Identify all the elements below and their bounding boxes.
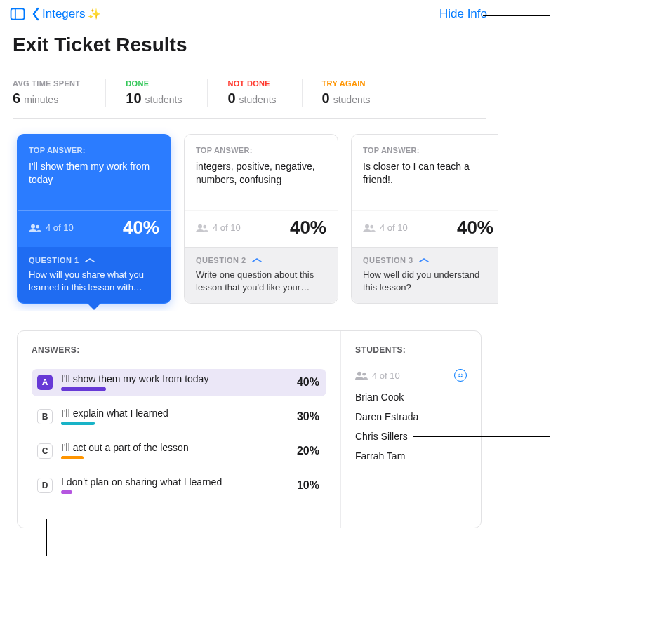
annotation-line: [483, 15, 550, 16]
svg-point-3: [36, 224, 39, 228]
back-button[interactable]: Integers ✨: [31, 7, 101, 21]
stat-unit: students: [239, 94, 277, 105]
svg-point-9: [362, 373, 366, 376]
question-text: How well did you understand this lesson?: [363, 269, 493, 293]
stat-number: 0: [227, 90, 235, 107]
question-text: Write one question about this lesson tha…: [196, 269, 326, 293]
card-lower: QUESTION 1 How will you share what you l…: [18, 247, 171, 303]
svg-point-4: [198, 224, 202, 228]
question-label: QUESTION 2: [196, 256, 246, 264]
answer-bar: [61, 456, 277, 459]
stat-done: DONE 10 students: [106, 79, 208, 107]
percentage: 40%: [123, 217, 159, 239]
answer-bar: [61, 387, 277, 391]
answer-bar-fill: [61, 490, 72, 494]
hide-info-button[interactable]: Hide Info: [439, 7, 487, 21]
student-item[interactable]: Farrah Tam: [355, 450, 467, 462]
emoji-icon[interactable]: [454, 369, 467, 382]
people-icon: [355, 371, 368, 380]
annotation-line: [413, 436, 550, 437]
students-meta: 4 of 10: [355, 369, 467, 382]
chevron-up-icon: [85, 258, 95, 262]
students-heading: STUDENTS:: [355, 345, 467, 355]
respondent-count: 4 of 10: [196, 222, 241, 233]
stat-label: NOT DONE: [227, 79, 276, 88]
stat-value: 6 minutes: [13, 90, 80, 107]
answer-text: I'll show them my work from today: [61, 373, 277, 384]
answer-percentage: 30%: [286, 410, 319, 423]
annotation-line: [46, 519, 47, 556]
stat-not-done: NOT DONE 0 students: [208, 79, 302, 107]
stat-avg-time: AVG TIME SPENT 6 minutes: [13, 79, 106, 107]
question-text: How will you share what you learned in t…: [29, 269, 159, 293]
answer-percentage: 40%: [286, 376, 319, 389]
card-upper: TOP ANSWER: I'll show them my work from …: [18, 135, 171, 210]
question-card-2[interactable]: TOP ANSWER: integers, positive, negative…: [184, 134, 338, 304]
stat-number: 10: [126, 90, 141, 107]
stat-value: 10 students: [126, 90, 182, 107]
top-answer-label: TOP ANSWER:: [196, 146, 326, 154]
top-answer-label: TOP ANSWER:: [29, 146, 159, 154]
stats-row: AVG TIME SPENT 6 minutes DONE 10 student…: [0, 69, 498, 118]
top-answer-label: TOP ANSWER:: [363, 146, 493, 154]
question-label: QUESTION 3: [363, 256, 413, 264]
percentage: 40%: [457, 217, 493, 239]
question-cards: TOP ANSWER: I'll show them my work from …: [0, 119, 498, 311]
stat-unit: students: [333, 94, 371, 105]
sparkle-icon: ✨: [88, 8, 101, 20]
question-card-3[interactable]: TOP ANSWER: Is closer to I can teach a f…: [351, 134, 498, 304]
people-icon: [363, 224, 376, 232]
answer-text: I'll explain what I learned: [61, 408, 277, 419]
answer-row-c[interactable]: C I'll act out a part of the lesson 20%: [32, 438, 326, 465]
answer-body: I'll show them my work from today: [61, 373, 277, 391]
top-answer-text: I'll show them my work from today: [29, 160, 159, 187]
respondent-count: 4 of 10: [29, 222, 74, 233]
answer-body: I'll explain what I learned: [61, 408, 277, 425]
stat-label: AVG TIME SPENT: [13, 79, 80, 88]
card-upper: TOP ANSWER: Is closer to I can teach a f…: [352, 135, 498, 210]
svg-rect-0: [11, 8, 25, 19]
answer-percentage: 20%: [286, 445, 319, 457]
answer-letter: B: [37, 409, 53, 424]
answer-bar-fill: [61, 456, 84, 459]
topbar: Integers ✨ Hide Info: [0, 0, 498, 25]
answer-row-b[interactable]: B I'll explain what I learned 30%: [32, 403, 326, 431]
svg-point-2: [31, 224, 35, 228]
page-title: Exit Ticket Results: [0, 25, 498, 69]
answer-bar-fill: [61, 387, 106, 391]
stat-unit: students: [145, 94, 182, 105]
students-list: Brian CookDaren EstradaChris SillersFarr…: [355, 391, 467, 462]
svg-point-5: [203, 224, 206, 228]
answers-heading: ANSWERS:: [32, 345, 326, 355]
question-card-1[interactable]: TOP ANSWER: I'll show them my work from …: [17, 134, 171, 304]
stat-unit: minutes: [24, 94, 58, 105]
count-text: 4 of 10: [380, 222, 408, 233]
student-item[interactable]: Daren Estrada: [355, 411, 467, 422]
answer-row-d[interactable]: D I don't plan on sharing what I learned…: [32, 472, 326, 499]
topbar-left: Integers ✨: [10, 7, 101, 21]
stat-label: DONE: [126, 79, 182, 88]
sidebar-toggle-icon[interactable]: [10, 8, 25, 20]
answer-text: I'll act out a part of the lesson: [61, 442, 277, 453]
stat-number: 0: [322, 90, 330, 107]
respondent-count: 4 of 10: [363, 222, 408, 233]
card-upper: TOP ANSWER: integers, positive, negative…: [185, 135, 338, 210]
answers-list: A I'll show them my work from today 40% …: [32, 369, 326, 499]
stat-value: 0 students: [227, 90, 276, 107]
stat-number: 6: [13, 90, 20, 107]
students-panel: STUDENTS: 4 of 10 Brian C: [340, 331, 481, 528]
student-item[interactable]: Brian Cook: [355, 391, 467, 403]
top-answer-text: integers, positive, negative, numbers, c…: [196, 160, 326, 187]
answer-letter: A: [37, 375, 53, 390]
chevron-up-icon: [419, 258, 429, 262]
stat-try-again: TRY AGAIN 0 students: [303, 79, 396, 107]
chevron-left-icon: [31, 7, 41, 21]
answer-row-a[interactable]: A I'll show them my work from today 40%: [32, 369, 326, 396]
answer-letter: D: [37, 478, 53, 493]
students-count: 4 of 10: [372, 370, 400, 381]
answer-letter: C: [37, 443, 53, 459]
people-icon: [29, 224, 41, 232]
card-lower: QUESTION 2 Write one question about this…: [185, 247, 338, 303]
card-midrow: 4 of 10 40%: [352, 210, 498, 247]
card-midrow: 4 of 10 40%: [18, 210, 171, 247]
